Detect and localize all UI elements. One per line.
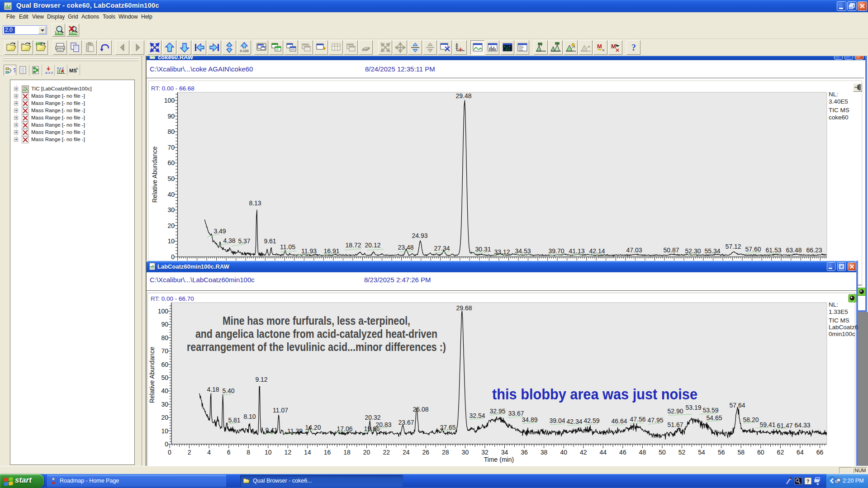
svg-text:80: 80: [167, 128, 175, 135]
svg-text:Relative Abundance: Relative Abundance: [148, 347, 156, 403]
svg-text:29.48: 29.48: [455, 92, 471, 99]
svg-text:10: 10: [167, 237, 175, 245]
svg-text:53.19: 53.19: [685, 404, 701, 411]
svg-text:20.32: 20.32: [365, 414, 380, 421]
svg-text:52: 52: [678, 449, 686, 456]
svg-text:52.90: 52.90: [667, 407, 683, 415]
svg-text:57.64: 57.64: [729, 402, 745, 409]
svg-text:18: 18: [343, 449, 351, 456]
svg-text:34: 34: [501, 449, 508, 456]
svg-text:3.40E5: 3.40E5: [829, 98, 848, 105]
svg-text:62: 62: [777, 449, 784, 456]
svg-text:52.30: 52.30: [685, 247, 701, 255]
svg-text:64: 64: [797, 449, 804, 456]
svg-text:9.12: 9.12: [255, 376, 267, 383]
svg-text:38: 38: [541, 449, 548, 456]
svg-text:58.20: 58.20: [743, 416, 759, 423]
svg-text:70: 70: [167, 144, 175, 151]
svg-text:26: 26: [422, 449, 430, 456]
svg-text:57.12: 57.12: [725, 243, 741, 250]
svg-text:30.31: 30.31: [475, 246, 491, 253]
svg-text:29.68: 29.68: [456, 304, 472, 312]
svg-text:a.x.z: a.x.z: [45, 71, 53, 74]
svg-text:47.56: 47.56: [630, 416, 645, 423]
svg-text:1.33E5: 1.33E5: [829, 308, 848, 315]
svg-text:?: ?: [806, 479, 810, 484]
svg-text:40: 40: [560, 449, 567, 456]
svg-text:90: 90: [161, 321, 168, 328]
svg-text:12: 12: [285, 449, 292, 456]
svg-text:63.48: 63.48: [786, 246, 802, 254]
svg-text:70: 70: [161, 347, 168, 355]
svg-text:0: 0: [171, 253, 175, 261]
svg-text:46.64: 46.64: [611, 417, 627, 425]
svg-text:28: 28: [442, 449, 449, 456]
svg-text:4.38: 4.38: [223, 237, 235, 244]
svg-text:8.10: 8.10: [243, 413, 256, 420]
svg-text:TIC: TIC: [23, 86, 28, 89]
svg-text:and angelica lactone from acid: and angelica lactone from acid-catalyzed…: [195, 327, 437, 340]
svg-text:22: 22: [383, 449, 390, 456]
svg-text:32: 32: [481, 449, 489, 456]
svg-text:Time (min): Time (min): [484, 456, 514, 463]
svg-text:n: n: [76, 66, 78, 71]
svg-text:RT: 0.00 - 66.70: RT: 0.00 - 66.70: [151, 295, 194, 302]
svg-text:100: 100: [164, 97, 175, 104]
svg-text:20.83: 20.83: [375, 421, 391, 428]
svg-text:a.x.z: a.x.z: [57, 66, 64, 70]
svg-text:14.20: 14.20: [305, 424, 321, 431]
svg-text:56: 56: [718, 449, 725, 456]
svg-text:50.87: 50.87: [663, 246, 679, 254]
svg-text:27.34: 27.34: [434, 245, 450, 252]
svg-text:60: 60: [161, 361, 168, 368]
svg-text:NL:: NL:: [829, 91, 838, 98]
svg-text:M: M: [597, 43, 602, 50]
svg-text:16: 16: [324, 449, 331, 456]
svg-text:10: 10: [265, 449, 272, 456]
svg-text:27.65: 27.65: [440, 424, 455, 431]
svg-text:10: 10: [161, 427, 168, 435]
svg-text:42.14: 42.14: [589, 247, 605, 255]
svg-text:Mine has more furfurals, less: Mine has more furfurals, less a-terpineo…: [223, 314, 410, 327]
svg-text:66.23: 66.23: [806, 246, 822, 254]
svg-text:50: 50: [167, 175, 175, 182]
svg-text:53.59: 53.59: [702, 407, 718, 414]
svg-text:11.93: 11.93: [301, 247, 317, 255]
svg-text:M: M: [611, 43, 616, 50]
svg-text:9.61: 9.61: [264, 237, 276, 245]
svg-text:23.48: 23.48: [398, 244, 413, 251]
svg-text:58: 58: [737, 449, 745, 456]
svg-text:this blobby area was just nois: this blobby area was just noise: [492, 385, 697, 403]
svg-text:3.49: 3.49: [213, 227, 226, 235]
svg-text:30: 30: [167, 206, 175, 213]
svg-text:8.13: 8.13: [249, 199, 261, 207]
svg-text:23.67: 23.67: [398, 419, 414, 426]
svg-text:TIC MS: TIC MS: [829, 317, 849, 324]
svg-text:coke60: coke60: [829, 114, 849, 121]
svg-text:34.89: 34.89: [522, 416, 537, 423]
svg-text:55.34: 55.34: [704, 247, 720, 255]
svg-text:C:\Xcalibur\...\LabCoatz60min1: C:\Xcalibur\...\LabCoatz60min100c: [150, 276, 255, 284]
svg-text:0: 0: [168, 449, 171, 456]
svg-text:41.13: 41.13: [569, 247, 584, 255]
svg-text:16.91: 16.91: [323, 247, 339, 255]
svg-text:100: 100: [158, 308, 169, 315]
svg-text:39.04: 39.04: [549, 417, 565, 424]
svg-text:20: 20: [167, 222, 175, 229]
svg-text:4: 4: [207, 449, 211, 456]
svg-text:61.53: 61.53: [765, 246, 781, 254]
svg-text:rearrangement of the levulinic: rearrangement of the levulinic acid...mi…: [187, 341, 446, 353]
svg-text:34.53: 34.53: [515, 247, 531, 255]
svg-text:30: 30: [161, 401, 168, 408]
svg-text:5.40: 5.40: [222, 387, 234, 394]
svg-text:C:\Xcalibur\...\coke AGAIN\cok: C:\Xcalibur\...\coke AGAIN\coke60: [150, 65, 253, 73]
svg-text:0-100: 0-100: [240, 49, 248, 53]
svg-text:0: 0: [165, 441, 168, 448]
svg-text:66: 66: [816, 449, 824, 456]
svg-text:8/24/2025 12:35:11 PM: 8/24/2025 12:35:11 PM: [365, 65, 435, 73]
svg-text:9.41: 9.41: [265, 426, 277, 434]
svg-text:30: 30: [462, 449, 469, 456]
svg-text:36: 36: [521, 449, 528, 456]
svg-text:60: 60: [757, 449, 764, 456]
svg-text:42: 42: [580, 449, 587, 456]
